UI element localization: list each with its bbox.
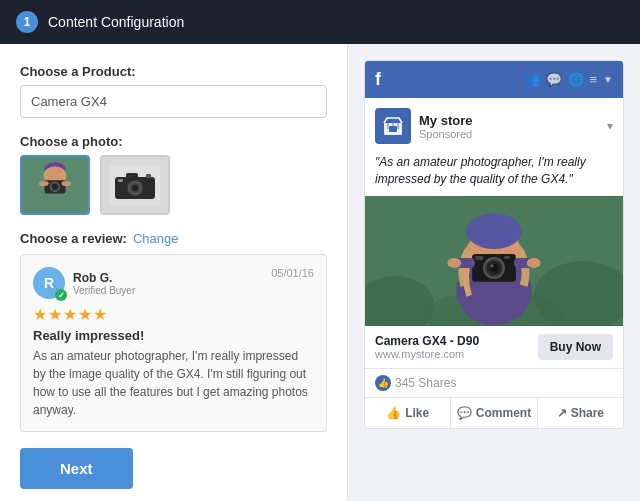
fb-post-dropdown[interactable]: ▾ bbox=[607, 119, 613, 133]
fb-quote: "As an amateur photographer, I'm really … bbox=[365, 150, 623, 196]
fb-comment-label: Comment bbox=[476, 406, 531, 420]
review-change-link[interactable]: Change bbox=[133, 231, 179, 246]
review-body: As an amateur photographer, I'm really i… bbox=[33, 347, 314, 419]
main-content: Choose a Product: Choose a photo: bbox=[0, 44, 640, 501]
review-title: Really impressed! bbox=[33, 328, 314, 343]
review-top: R ✓ Rob G. Verified Buyer 05/01/16 bbox=[33, 267, 314, 299]
fb-photo bbox=[365, 196, 623, 326]
reviewer-name-wrap: Rob G. Verified Buyer bbox=[73, 271, 135, 296]
review-stars: ★★★★★ bbox=[33, 305, 314, 324]
fb-cta: Camera GX4 - D90 www.mystore.com Buy Now bbox=[365, 326, 623, 369]
fb-chat-icon: 💬 bbox=[546, 72, 562, 87]
fb-like-label: Like bbox=[405, 406, 429, 420]
reviewer-avatar: R ✓ bbox=[33, 267, 65, 299]
fb-url: www.mystore.com bbox=[375, 348, 479, 360]
photo-label: Choose a photo: bbox=[20, 134, 327, 149]
verified-text: Verified Buyer bbox=[73, 285, 135, 296]
svg-point-44 bbox=[527, 258, 541, 268]
product-input[interactable] bbox=[20, 85, 327, 118]
svg-rect-39 bbox=[475, 256, 483, 260]
fb-product-name: Camera GX4 - D90 bbox=[375, 334, 479, 348]
fb-store-info: My store Sponsored bbox=[419, 113, 472, 140]
fb-friends-icon: 👥 bbox=[524, 72, 540, 87]
svg-point-8 bbox=[52, 184, 58, 190]
photo-option-1[interactable] bbox=[20, 155, 90, 215]
fb-menu-icon: ≡ bbox=[590, 72, 598, 87]
facebook-preview-card: f 👥 💬 🌐 ≡ ▼ bbox=[364, 60, 624, 429]
verified-badge: ✓ bbox=[55, 289, 67, 301]
fb-post-header: My store Sponsored ▾ bbox=[365, 98, 623, 150]
fb-actions: 👍 Like 💬 Comment ↗ Share bbox=[365, 398, 623, 428]
fb-sponsored: Sponsored bbox=[419, 128, 472, 140]
reviewer-name: Rob G. bbox=[73, 271, 135, 285]
left-panel: Choose a Product: Choose a photo: bbox=[0, 44, 348, 501]
reviewer-initial: R bbox=[44, 275, 54, 291]
reviewer-info: R ✓ Rob G. Verified Buyer bbox=[33, 267, 135, 299]
top-bar: 1 Content Configuration bbox=[0, 0, 640, 44]
review-card: R ✓ Rob G. Verified Buyer 05/01/16 ★★★★★… bbox=[20, 254, 327, 432]
fb-share-label: Share bbox=[571, 406, 604, 420]
product-label: Choose a Product: bbox=[20, 64, 327, 79]
fb-stats: 👍 345 Shares bbox=[365, 369, 623, 398]
next-button[interactable]: Next bbox=[20, 448, 133, 489]
fb-shares-count: 345 Shares bbox=[395, 376, 456, 390]
svg-rect-10 bbox=[39, 181, 48, 186]
photo-option-2[interactable] bbox=[100, 155, 170, 215]
review-date: 05/01/16 bbox=[271, 267, 314, 279]
fb-nav-icons: 👥 💬 🌐 ≡ ▼ bbox=[524, 72, 614, 87]
svg-point-43 bbox=[447, 258, 461, 268]
svg-rect-17 bbox=[126, 173, 138, 180]
svg-point-38 bbox=[491, 264, 494, 267]
step-badge: 1 bbox=[16, 11, 38, 33]
svg-point-16 bbox=[132, 185, 138, 191]
photo-section: Choose a photo: bbox=[20, 134, 327, 215]
svg-rect-11 bbox=[62, 181, 71, 186]
fb-comment-icon: 💬 bbox=[457, 406, 472, 420]
review-header: Choose a review: Change bbox=[20, 231, 327, 246]
fb-like-button[interactable]: 👍 Like bbox=[365, 398, 451, 428]
fb-cta-text: Camera GX4 - D90 www.mystore.com bbox=[375, 334, 479, 360]
svg-rect-33 bbox=[466, 224, 522, 240]
fb-buy-button[interactable]: Buy Now bbox=[538, 334, 613, 360]
svg-rect-18 bbox=[118, 179, 123, 182]
facebook-logo: f bbox=[375, 69, 381, 90]
fb-globe-icon: 🌐 bbox=[568, 72, 584, 87]
fb-share-button[interactable]: ↗ Share bbox=[538, 398, 623, 428]
page-title: Content Configuration bbox=[48, 14, 184, 30]
svg-rect-19 bbox=[146, 174, 151, 178]
fb-dropdown-icon[interactable]: ▼ bbox=[603, 74, 613, 85]
fb-like-icon: 👍 bbox=[375, 375, 391, 391]
fb-store-icon bbox=[375, 108, 411, 144]
svg-rect-40 bbox=[504, 256, 510, 259]
review-section: Choose a review: Change R ✓ Rob G. Verif… bbox=[20, 231, 327, 432]
fb-comment-button[interactable]: 💬 Comment bbox=[451, 398, 537, 428]
fb-like-thumb-icon: 👍 bbox=[386, 406, 401, 420]
right-panel: f 👥 💬 🌐 ≡ ▼ bbox=[348, 44, 640, 501]
fb-store-name: My store bbox=[419, 113, 472, 128]
fb-share-icon: ↗ bbox=[557, 406, 567, 420]
fb-header: f 👥 💬 🌐 ≡ ▼ bbox=[365, 61, 623, 98]
product-section: Choose a Product: bbox=[20, 64, 327, 118]
review-label: Choose a review: bbox=[20, 231, 127, 246]
photo-options bbox=[20, 155, 327, 215]
